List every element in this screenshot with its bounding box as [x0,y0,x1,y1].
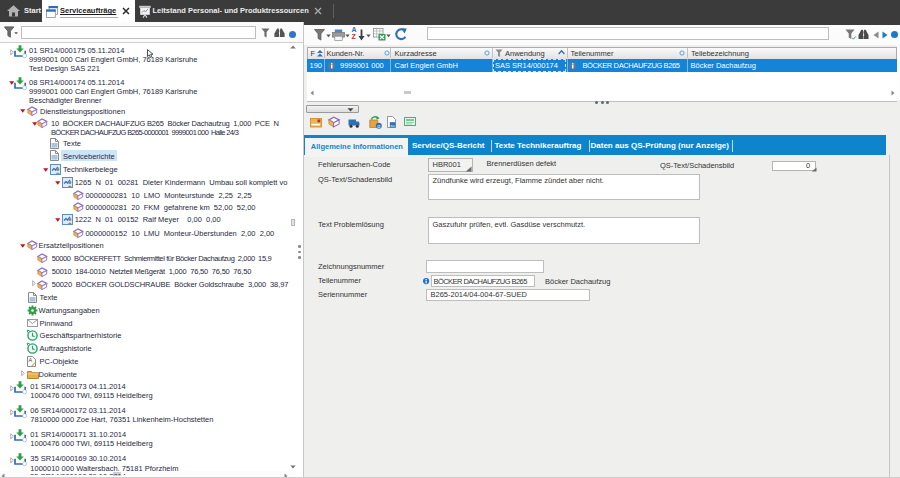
svg-text:A: A [29,357,33,363]
svg-text:o: o [377,122,380,128]
svg-text:su: su [390,122,394,127]
